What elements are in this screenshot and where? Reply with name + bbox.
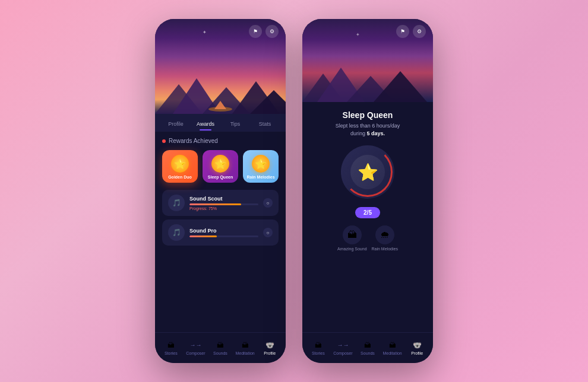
badge-golden-duo[interactable]: ⭐ Golden Duo: [162, 150, 198, 183]
progress-bar-bg-2: [189, 235, 258, 237]
hero-actions: ⚑ ⚙: [249, 25, 279, 38]
bird-icon: ✦: [203, 30, 207, 35]
badge-sleep-queen[interactable]: ⭐ Sleep Queen: [203, 150, 238, 183]
medal-ring: ⭐: [341, 145, 394, 199]
nav-stories[interactable]: 🏔 Stories: [159, 341, 184, 355]
stories-icon: 🏔: [166, 341, 176, 349]
right-composer-label: Composer: [333, 351, 352, 355]
right-profile-label: Profile: [411, 351, 423, 355]
composer-icon: →→: [190, 341, 201, 349]
gold-star-icon-3: ⭐: [252, 155, 270, 173]
profile-label: Profile: [264, 351, 276, 355]
bird-icon-right: ✦: [356, 32, 360, 37]
profile-icon: 🐨: [264, 341, 275, 349]
nav-sounds[interactable]: 🏔 Sounds: [208, 341, 233, 355]
settings-icon[interactable]: ⚙: [265, 25, 279, 38]
badge-sleep-queen-label: Sleep Queen: [208, 175, 233, 179]
progress-bar-fill: [189, 203, 241, 205]
right-sounds-icon: 🏔: [362, 341, 373, 349]
badge-rain-melodies-label: Rain Melodies: [246, 175, 274, 179]
right-phone: ✦ ⚑ ⚙ Sleep Queen Slept less than 6 hour…: [302, 19, 433, 363]
medal-container: ⭐: [341, 145, 394, 199]
amazing-sound-label: Amazing Sound: [337, 247, 366, 251]
sub-badge-amazing-sound[interactable]: 🏔 Amazing Sound: [337, 225, 366, 251]
detail-hero: ✦ ⚑ ⚙: [302, 19, 433, 102]
right-nav-sounds[interactable]: 🏔 Sounds: [355, 341, 380, 355]
sounds-label: Sounds: [213, 351, 227, 355]
sub-badge-rain-melodies[interactable]: 🌧 Rain Melodies: [372, 225, 398, 251]
sounds-icon: 🏔: [215, 341, 226, 349]
badges-row: ⭐ Golden Duo ⭐ Sleep Queen ⭐ Rain Melodi…: [162, 150, 279, 183]
detail-mountain-svg: [302, 61, 433, 102]
right-composer-icon: →→: [337, 341, 348, 349]
flag-icon[interactable]: ⚑: [249, 25, 262, 38]
progress-bar-bg: [189, 203, 258, 205]
right-meditation-icon: 🏔: [387, 341, 398, 349]
bottom-navigation: 🏔 Stories →→ Composer 🏔 Sounds 🏔 Meditat…: [155, 332, 286, 363]
sound-pro-name: Sound Pro: [189, 228, 258, 234]
badge-golden-duo-label: Golden Duo: [168, 175, 192, 179]
left-phone: ✦ ⚑ ⚙ Profile Awards Tips Stats Rewards …: [155, 19, 286, 363]
right-stories-icon: 🏔: [313, 341, 324, 349]
nav-composer[interactable]: →→ Composer: [184, 341, 208, 355]
info-icon-2[interactable]: ○: [263, 228, 273, 237]
medal-star: ⭐: [350, 155, 385, 189]
detail-flag-icon[interactable]: ⚑: [396, 25, 409, 38]
stories-label: Stories: [165, 351, 178, 355]
hero-image: ✦ ⚑ ⚙: [155, 19, 286, 114]
section-title: Rewards Achieved: [162, 138, 279, 144]
info-icon[interactable]: ○: [263, 198, 273, 208]
right-stories-label: Stories: [312, 351, 325, 355]
right-nav-profile[interactable]: 🐨 Profile: [404, 341, 429, 355]
right-nav-stories[interactable]: 🏔 Stories: [306, 341, 331, 355]
sound-scout-info: Sound Scout Progress: 75%: [189, 196, 258, 211]
notification-dot: [162, 139, 166, 143]
tab-awards[interactable]: Awards: [191, 119, 220, 129]
detail-hero-actions: ⚑ ⚙: [396, 25, 426, 38]
progress-sound-scout[interactable]: 🎵 Sound Scout Progress: 75% ○: [162, 190, 279, 216]
progress-label: Progress: 75%: [189, 206, 258, 211]
mountain-svg: [155, 72, 286, 114]
tab-stats[interactable]: Stats: [250, 119, 280, 129]
tab-tips[interactable]: Tips: [220, 119, 250, 129]
right-bottom-navigation: 🏔 Stories →→ Composer 🏔 Sounds 🏔 Meditat…: [302, 332, 433, 363]
detail-content: Sleep Queen Slept less than 6 hours/day …: [302, 102, 433, 332]
nav-profile[interactable]: 🐨 Profile: [257, 341, 282, 355]
nav-meditation[interactable]: 🏔 Meditation: [233, 341, 258, 355]
progress-pill: 2/5: [355, 207, 380, 218]
svg-marker-10: [374, 71, 427, 102]
badge-rain-melodies[interactable]: ⭐ Rain Melodies: [243, 150, 279, 183]
tab-profile[interactable]: Profile: [161, 119, 191, 129]
gold-star-icon-2: ⭐: [211, 155, 229, 173]
progress-sound-pro[interactable]: 🎵 Sound Pro ○: [162, 219, 279, 246]
meditation-icon: 🏔: [240, 341, 251, 349]
hero-background: ✦ ⚑ ⚙: [155, 19, 286, 114]
sound-scout-name: Sound Scout: [189, 196, 258, 202]
right-meditation-label: Meditation: [382, 351, 402, 355]
rain-melodies-icon: 🌧: [375, 225, 394, 244]
gold-star-icon: ⭐: [171, 155, 189, 173]
amazing-sound-icon: 🏔: [343, 225, 362, 244]
composer-label: Composer: [186, 351, 205, 355]
progress-bar-fill-2: [189, 235, 217, 237]
right-sounds-label: Sounds: [361, 351, 375, 355]
sound-scout-avatar: 🎵: [168, 195, 185, 211]
content-area: Rewards Achieved ⭐ Golden Duo ⭐ Sleep Qu…: [155, 132, 286, 332]
right-profile-icon: 🐨: [412, 341, 422, 349]
meditation-label: Meditation: [235, 351, 254, 355]
right-nav-meditation[interactable]: 🏔 Meditation: [380, 341, 405, 355]
sub-badges-row: 🏔 Amazing Sound 🌧 Rain Melodies: [309, 225, 426, 251]
rain-melodies-label: Rain Melodies: [372, 247, 398, 251]
nav-tabs: Profile Awards Tips Stats: [155, 114, 286, 132]
detail-description: Slept less than 6 hours/day during 5 day…: [336, 122, 400, 137]
detail-settings-icon[interactable]: ⚙: [413, 25, 426, 38]
right-nav-composer[interactable]: →→ Composer: [331, 341, 356, 355]
detail-title: Sleep Queen: [343, 110, 393, 120]
sound-pro-avatar: 🎵: [168, 224, 185, 241]
sound-pro-info: Sound Pro: [189, 228, 258, 237]
